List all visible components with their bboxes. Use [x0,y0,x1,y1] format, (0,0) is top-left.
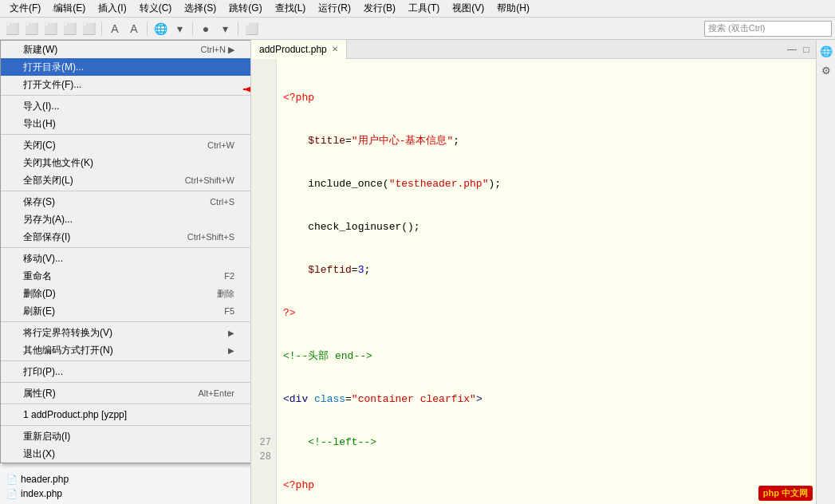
menu-item-import[interactable]: 导入(I)... [1,97,250,115]
toolbar-separator-1 [101,22,102,36]
menu-item-export[interactable]: 导出(H) [1,115,250,132]
menu-publish[interactable]: 发行(B) [357,0,402,17]
divider-7 [1,382,250,383]
menu-edit[interactable]: 编辑(E) [47,0,92,17]
file-item-index[interactable]: 📄 index.php [3,486,247,501]
file-item-header[interactable]: 📄 header.php [3,472,247,486]
menu-item-import-label: 导入(I)... [23,100,59,113]
editor-tab-addproduct[interactable]: addProduct.php ✕ [251,40,347,59]
menu-item-save-label: 保存(S) [23,195,55,209]
toolbar-btn-dropdown2[interactable]: ▾ [216,20,234,37]
tab-close-btn[interactable]: ✕ [332,45,338,53]
line-numbers: 27 28 [251,59,277,504]
editor-tabs: addProduct.php ✕ — □ [251,40,816,59]
menu-item-close[interactable]: 关闭(C) Ctrl+W [1,136,250,154]
toolbar-btn-10[interactable]: ⬜ [242,20,260,37]
menu-item-properties[interactable]: 属性(R) Alt+Enter [1,384,250,402]
toolbar-btn-3[interactable]: ⬜ [41,20,59,37]
code-line-1: <?php [283,91,809,105]
menu-insert[interactable]: 插入(I) [92,0,132,17]
menu-item-close-others[interactable]: 关闭其他文件(K) [1,154,250,171]
php-suffix: 中文网 [782,488,808,498]
menu-item-refresh[interactable]: 刷新(E) F5 [1,302,250,320]
toolbar-btn-4[interactable]: ⬜ [61,20,78,37]
menu-item-restart-label: 重新启动(I) [23,430,70,443]
toolbar-btn-2[interactable]: ⬜ [22,20,40,37]
tab-label: addProduct.php [259,44,327,55]
sidebar-globe-icon[interactable]: 🌐 [818,43,834,59]
menu-help[interactable]: 帮助(H) [490,0,536,17]
menu-item-open-dir-label: 打开目录(M)... [23,61,84,74]
ln-blank3 [256,91,271,105]
tab-restore-btn[interactable]: □ [800,43,813,56]
code-line-5: $leftid=3; [283,263,809,278]
menu-select[interactable]: 选择(S) [178,0,223,17]
menu-item-rename[interactable]: 重命名 F2 [1,267,250,285]
menu-item-recent1[interactable]: 1 addProduct.php [yzpp] [1,406,250,423]
menu-item-open-encoding-label: 其他编码方式打开(N) [23,344,113,357]
menu-item-new-label: 新建(W) [23,43,57,57]
menu-item-close-others-label: 关闭其他文件(K) [23,156,93,170]
divider-8 [1,404,250,404]
menu-item-new[interactable]: 新建(W) Ctrl+N ▶ [1,41,250,58]
menu-item-open-file[interactable]: 打开文件(F)... [1,76,250,93]
toolbar-separator-2 [147,22,148,36]
divider-5 [1,321,250,322]
menu-convert[interactable]: 转义(C) [133,0,179,17]
toolbar-btn-7[interactable]: A [125,20,143,37]
ln-blank20 [256,335,271,349]
menu-item-print[interactable]: 打印(P)... [1,363,250,380]
search-box[interactable]: 搜索 (双击Ctrl) [704,21,832,37]
menu-item-open-file-label: 打开文件(F)... [23,78,81,92]
toolbar-btn-8[interactable]: 🌐 [152,20,169,37]
menu-view[interactable]: 视图(V) [446,0,490,17]
toolbar-separator-4 [238,22,238,36]
menu-item-save-all[interactable]: 全部保存(I) Ctrl+Shift+S [1,228,250,246]
ln-blank2 [256,77,271,91]
ln-blank1 [256,62,271,77]
ln-blank7 [256,148,271,163]
editor-panel: addProduct.php ✕ — □ [251,40,816,504]
menu-item-close-all[interactable]: 全部关闭(L) Ctrl+Shift+W [1,171,250,189]
menu-item-close-all-label: 全部关闭(L) [23,174,73,187]
menu-run[interactable]: 运行(R) [312,0,357,17]
menu-item-convert-delim-arrow: ▶ [228,329,234,337]
menu-item-open-dir[interactable]: 打开目录(M)... [1,58,250,76]
toolbar-btn-6[interactable]: A [106,20,124,37]
code-line-3: include_once("testheader.php"); [283,177,809,191]
menu-item-move[interactable]: 移动(V)... [1,250,250,267]
code-line-10: <?php [283,478,809,493]
menu-item-close-all-shortcut: Ctrl+Shift+W [185,175,234,185]
menu-jump[interactable]: 跳转(G) [223,0,268,17]
divider-2 [1,134,250,135]
toolbar-btn-1[interactable]: ⬜ [3,20,21,37]
menu-item-save-as[interactable]: 另存为(A)... [1,211,250,228]
menu-item-convert-delim[interactable]: 将行定界符转换为(V) ▶ [1,324,250,341]
tab-minimize-btn[interactable]: — [786,43,798,56]
toolbar-btn-9[interactable]: ● [197,20,215,37]
ln-blank21 [256,349,271,364]
ln-blank13 [256,234,271,249]
menu-item-recent1-label: 1 addProduct.php [yzpp] [23,409,127,420]
code-content[interactable]: <?php $title="用户中心-基本信息"; include_once("… [277,59,816,504]
menu-item-delete[interactable]: 删除(D) 删除 [1,285,250,302]
menu-item-open-encoding[interactable]: 其他编码方式打开(N) ▶ [1,341,250,359]
menu-item-refresh-shortcut: F5 [224,306,234,316]
ln-blank16 [256,278,271,292]
toolbar-btn-dropdown[interactable]: ▾ [171,20,188,37]
divider-3 [1,191,250,191]
menu-item-close-shortcut: Ctrl+W [207,140,234,150]
menu-file[interactable]: 文件(F) [3,0,47,17]
menu-item-restart[interactable]: 重新启动(I) [1,427,250,445]
php-watermark: php 中文网 [758,486,813,501]
menu-item-properties-label: 属性(R) [23,387,56,400]
ln-blank26 [256,421,271,435]
menu-item-save[interactable]: 保存(S) Ctrl+S [1,193,250,211]
menu-item-exit[interactable]: 退出(X) [1,445,250,463]
divider-4 [1,247,250,248]
sidebar-gear-icon[interactable]: ⚙ [818,62,834,78]
menu-find[interactable]: 查找(L) [269,0,313,17]
file-name-index: index.php [21,488,62,499]
menu-tools[interactable]: 工具(T) [402,0,446,17]
toolbar-btn-5[interactable]: ⬜ [80,20,97,37]
